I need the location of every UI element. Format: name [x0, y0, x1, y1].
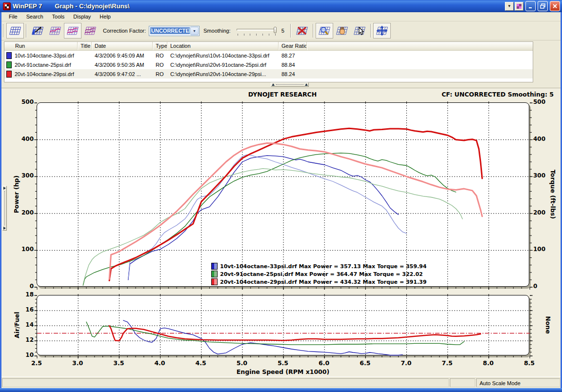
restore-button[interactable] — [538, 1, 548, 11]
power-axis-title: Power (hp) — [13, 176, 20, 214]
power-torque-chart[interactable] — [37, 102, 529, 287]
status-section-mid — [450, 378, 475, 387]
combo-dropdown-icon[interactable]: ▼ — [190, 27, 199, 35]
table-grid-button[interactable] — [6, 23, 24, 39]
cell-text: C:\dynojet\Runs\20vt-104octane-29psi... — [170, 71, 266, 77]
titlebar-dropdown-button[interactable]: ▼ — [505, 2, 514, 11]
graph-3d-button[interactable] — [29, 23, 46, 39]
autoscale-graph-icon — [376, 25, 388, 36]
run-color-swatch — [6, 71, 12, 78]
cell-text: C:\dynojet\Runs\20vt-91octane-25psi.drf — [170, 62, 266, 68]
cell-text: C:\dynojet\Runs\10vt-104octane-33psi.drf — [170, 53, 269, 59]
run-list-header: RunTitleDateTypeLocationGear Ratio — [4, 42, 533, 51]
toolbar-grip[interactable] — [3, 24, 5, 37]
column-header-run[interactable]: Run — [4, 42, 78, 50]
rpm-axis-title: Engine Speed (RPM x1000) — [37, 368, 529, 375]
toolbar-separator — [26, 24, 27, 38]
table-row[interactable]: 20vt-104octane-29psi.drf4/3/2006 9:47:02… — [4, 69, 533, 78]
menu-tools[interactable]: Tools — [48, 13, 69, 20]
legend-label: 10vt-104octane-33psi.drf Max Power = 357… — [220, 263, 426, 270]
power-axis-tick: 0 — [14, 283, 34, 290]
splitter-arrow-icon — [3, 187, 6, 190]
menu-file[interactable]: File — [4, 13, 22, 20]
autoscale-graph-button[interactable] — [373, 23, 391, 39]
graph-overlay-icon — [84, 25, 97, 36]
cell-location: C:\dynojet\Runs\20vt-104octane-29psi... — [167, 71, 279, 77]
legend-label: 20vt-91octane-25psi.drf Max Power = 364.… — [220, 271, 423, 277]
chart-settings-label: CF: UNCORRECTED Smoothing: 5 — [442, 91, 554, 98]
cell-gear_ratio: 88.24 — [279, 71, 307, 77]
graph-multiline-button[interactable] — [64, 23, 81, 39]
menu-bar: FileSearchToolsDisplayHelp — [1, 12, 561, 21]
close-icon — [552, 3, 558, 9]
graph-overlay-button[interactable] — [81, 23, 99, 39]
torque-axis-tick: 100 — [533, 246, 553, 253]
minimize-button[interactable] — [525, 1, 536, 11]
horizontal-splitter[interactable] — [271, 82, 309, 87]
delete-graph-button[interactable] — [293, 23, 311, 39]
rpm-axis-tick: 6.5 — [357, 359, 373, 367]
graph-line-button[interactable] — [46, 23, 64, 39]
rpm-axis-tick: 5.0 — [234, 359, 250, 367]
airfuel-chart[interactable] — [37, 295, 529, 355]
power-axis-tick: 400 — [14, 136, 34, 142]
rpm-axis-tick: 6.0 — [316, 359, 332, 367]
menu-display[interactable]: Display — [69, 13, 95, 20]
vertical-splitter[interactable] — [2, 186, 7, 231]
toolbar-separator — [313, 24, 314, 38]
table-grid-icon — [9, 25, 21, 36]
zoom-graph-button[interactable] — [316, 23, 333, 39]
table-row[interactable]: 10vt-104octane-33psi.drf4/3/2006 9:45:09… — [4, 51, 533, 60]
toolbar-separator — [370, 24, 371, 38]
rpm-axis-tick: 2.5 — [29, 359, 44, 367]
run-list: RunTitleDateTypeLocationGear Ratio 10vt-… — [4, 41, 533, 82]
table-row[interactable]: 20vt-91octane-25psi.drf4/3/2006 9:50:35 … — [4, 60, 533, 69]
series-10vt-104octane-33psi-air-fuel — [123, 320, 402, 355]
select-graph-icon — [353, 25, 366, 36]
select-graph-button[interactable] — [351, 23, 368, 39]
cell-type: RO — [153, 62, 167, 68]
titlebar-pattern-button[interactable] — [515, 2, 523, 11]
cell-text: 4/3/2006 9:47:02 ... — [95, 71, 141, 77]
pan-graph-button[interactable] — [333, 23, 351, 39]
status-auto-scale-mode: Auto Scale Mode — [476, 378, 560, 387]
column-header-type[interactable]: Type — [153, 42, 167, 50]
graph-multiline-icon — [66, 25, 79, 36]
column-header-title[interactable]: Title — [78, 42, 92, 50]
airfuel-axis-tick: 10 — [14, 352, 34, 358]
legend-row: 20vt-91octane-25psi.drf Max Power = 364.… — [211, 270, 426, 278]
rpm-axis-tick: 3.5 — [111, 359, 126, 367]
graph-3d-icon — [31, 25, 44, 36]
cell-text: 20vt-104octane-29psi.drf — [15, 71, 74, 77]
cell-date: 4/3/2006 9:45:09 AM — [92, 53, 153, 59]
correction-factor-select[interactable]: UNCORRECTED ▼ — [149, 26, 200, 36]
power-axis-tick: 100 — [14, 246, 34, 253]
run-color-swatch — [6, 52, 12, 59]
splitter-arrow-icon — [3, 227, 6, 230]
column-header-gear-ratio[interactable]: Gear Ratio — [279, 42, 307, 50]
legend-color-swatch — [211, 271, 218, 277]
smoothing-slider[interactable] — [237, 26, 277, 36]
menu-help[interactable]: Help — [95, 13, 115, 20]
cell-text: RO — [156, 62, 164, 68]
slider-thumb[interactable] — [274, 27, 277, 33]
close-button[interactable] — [550, 1, 560, 11]
toolbar: Correction Factor: UNCORRECTED ▼ Smoothi… — [1, 21, 561, 40]
cell-text: RO — [156, 53, 164, 59]
column-header-location[interactable]: Location — [167, 42, 279, 50]
cell-text: 4/3/2006 9:50:35 AM — [95, 62, 144, 68]
legend-row: 10vt-104octane-33psi.drf Max Power = 357… — [211, 262, 426, 270]
cell-run: 20vt-91octane-25psi.drf — [4, 61, 78, 68]
correction-factor-value: UNCORRECTED — [150, 27, 190, 34]
column-header-date[interactable]: Date — [92, 42, 153, 50]
menu-search[interactable]: Search — [22, 13, 48, 20]
legend-label: 20vt-104octane-29psi.drf Max Power = 434… — [220, 279, 426, 285]
window-border-left — [0, 0, 1, 392]
toolbar-separator — [290, 24, 291, 38]
pattern-icon — [517, 4, 522, 9]
rpm-axis-tick: 8.0 — [481, 359, 496, 367]
legend-color-swatch — [211, 278, 218, 285]
title-bar[interactable]: WinPEP 7 Graph - C:\dynojet\Runs\ ▼ — [0, 0, 562, 12]
app-title: WinPEP 7 — [13, 2, 42, 10]
cell-run: 20vt-104octane-29psi.drf — [4, 71, 78, 78]
